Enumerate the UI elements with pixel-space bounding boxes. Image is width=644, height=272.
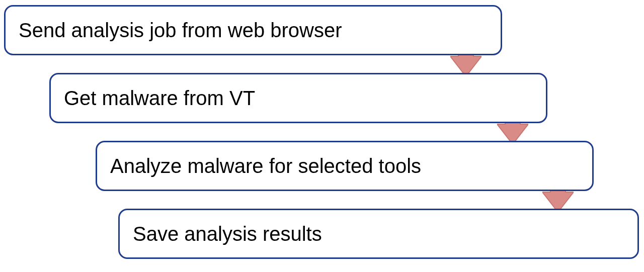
flow-step-2: Get malware from VT [49, 73, 547, 123]
flow-step-label: Analyze malware for selected tools [110, 155, 421, 177]
flow-step-3: Analyze malware for selected tools [96, 141, 594, 191]
flow-step-label: Save analysis results [133, 223, 322, 245]
flow-step-label: Get malware from VT [64, 87, 255, 110]
flow-step-4: Save analysis results [118, 209, 639, 259]
flow-step-label: Send analysis job from web browser [19, 19, 342, 42]
flow-step-1: Send analysis job from web browser [4, 5, 502, 55]
